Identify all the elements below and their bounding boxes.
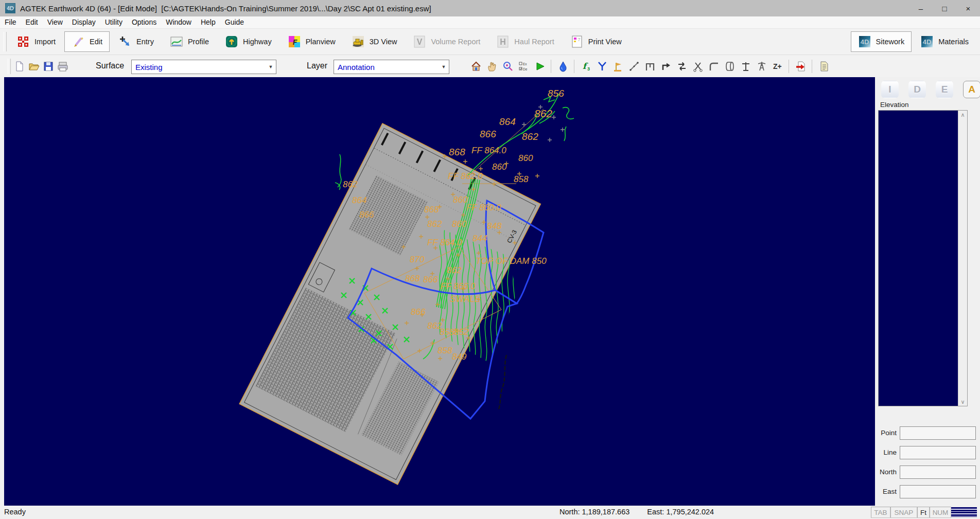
surface-dropdown-value: Existing	[132, 63, 266, 71]
elevation-annotation: 848	[487, 221, 502, 231]
toolbar-button-materials[interactable]: 4DMaterials	[913, 31, 976, 52]
new-document-icon[interactable]	[13, 60, 26, 73]
3d-view-icon	[352, 35, 365, 48]
water-drop-icon[interactable]	[556, 60, 570, 73]
elevation-list[interactable]: ∧ ∨	[878, 110, 968, 406]
site-plan-view: CV-3 856862864866862868FF 864.0	[4, 77, 875, 506]
minimize-button[interactable]: –	[909, 0, 933, 16]
line-field[interactable]	[900, 446, 976, 459]
svg-text:V: V	[417, 38, 423, 46]
menu-display[interactable]: Display	[67, 16, 100, 28]
trim-scissors-icon[interactable]	[691, 60, 705, 73]
toolbar-button-planview[interactable]: FPlanview	[281, 31, 343, 52]
elevation-annotation: 864	[352, 195, 366, 205]
open-file-icon[interactable]	[27, 60, 41, 73]
toolbar-button-edit[interactable]: Edit	[64, 31, 110, 52]
measure-line-icon[interactable]	[627, 60, 641, 73]
section-gate-icon[interactable]	[643, 60, 657, 73]
north-field[interactable]	[900, 466, 976, 479]
toolbar-button-entry[interactable]: Entry	[111, 31, 161, 52]
point-field[interactable]	[900, 426, 976, 440]
elevation-annotation: 862	[522, 131, 538, 142]
home-view-icon[interactable]	[469, 60, 483, 73]
report-icon[interactable]	[817, 60, 831, 73]
print-icon[interactable]	[56, 60, 69, 73]
svg-text:4D: 4D	[860, 38, 869, 46]
function-f3-icon[interactable]: f3	[580, 60, 593, 73]
grade-flag-icon[interactable]	[611, 60, 625, 73]
elevation-annotation: 862	[447, 265, 462, 275]
svg-text:4D: 4D	[7, 5, 14, 11]
elevation-annotation: FF 864.0	[471, 146, 506, 155]
coordinate-field-row: East	[875, 485, 980, 498]
mode-button-a[interactable]: A	[963, 81, 980, 98]
menu-options[interactable]: Options	[127, 16, 161, 28]
toolbar-button-label: Highway	[243, 38, 272, 46]
chevron-down-icon[interactable]: ▼	[439, 64, 449, 69]
apply-play-icon[interactable]	[533, 60, 547, 73]
z-plus-icon[interactable]: Z+	[771, 60, 784, 73]
menu-window[interactable]: Window	[161, 16, 196, 28]
elevation-annotation: 849	[452, 352, 467, 362]
layer-dropdown[interactable]: Annotation ▼	[334, 60, 449, 74]
pipe-cylinder-icon[interactable]	[723, 60, 737, 73]
toolbar-button-3d-view[interactable]: 3D View	[344, 31, 405, 52]
surface-dropdown[interactable]: Existing ▼	[131, 60, 276, 74]
toolbar-grip[interactable]	[4, 32, 7, 51]
maximize-button[interactable]: □	[933, 0, 956, 16]
toolbar-button-sitework[interactable]: 4DSitework	[851, 31, 912, 52]
wye-branch-icon[interactable]	[596, 60, 609, 73]
bend-arrow-icon[interactable]	[659, 60, 673, 73]
toolbar-button-highway[interactable]: Highway	[218, 31, 279, 52]
status-toggle-snap[interactable]: SNAP	[890, 507, 917, 518]
toolbar-separator	[574, 60, 574, 73]
toolbar-button-print-view[interactable]: 7Print View	[563, 31, 629, 52]
scroll-down-icon[interactable]: ∨	[960, 398, 965, 406]
pan-hand-icon[interactable]	[485, 60, 499, 73]
east-field[interactable]	[900, 485, 976, 498]
planview-icon: F	[288, 35, 301, 48]
menu-help[interactable]: Help	[196, 16, 220, 28]
drawing-canvas[interactable]: CV-3 856862864866862868FF 864.0	[4, 77, 875, 506]
toolbar-button-volume-report[interactable]: VVolume Report	[406, 31, 487, 52]
tower-icon[interactable]	[755, 60, 768, 73]
toolbar-button-import[interactable]: Import	[9, 31, 63, 52]
elevation-list-scrollbar[interactable]: ∧ ∨	[958, 111, 967, 406]
svg-text:7: 7	[577, 37, 580, 42]
north-label: North	[875, 468, 897, 476]
elevation-annotation: 864	[499, 116, 516, 127]
save-icon[interactable]	[42, 60, 55, 73]
mode-button-i[interactable]: I	[881, 81, 899, 98]
balance-scale-icon[interactable]	[739, 60, 752, 73]
close-button[interactable]: ×	[956, 0, 980, 16]
elevation-annotation: 856	[548, 88, 564, 99]
export-icon[interactable]	[794, 60, 808, 73]
menu-utility[interactable]: Utility	[100, 16, 127, 28]
menu-guide[interactable]: Guide	[220, 16, 249, 28]
edit-icon	[72, 35, 85, 48]
surfacebar-grip[interactable]	[8, 59, 11, 74]
elevation-annotation: 868	[405, 274, 420, 283]
north-value: 1,189,187.663	[582, 508, 630, 516]
scroll-up-icon[interactable]: ∧	[960, 111, 965, 119]
menu-edit[interactable]: Edit	[21, 16, 43, 28]
coordinate-field-row: North	[875, 466, 980, 479]
fillet-corner-icon[interactable]	[707, 60, 721, 73]
svg-text:F: F	[292, 38, 297, 46]
status-toggle-ft[interactable]: Ft	[917, 507, 930, 518]
mode-button-e[interactable]: E	[936, 81, 953, 98]
menu-file[interactable]: File	[0, 16, 21, 28]
menu-view[interactable]: View	[43, 16, 67, 28]
line-label: Line	[875, 449, 897, 456]
status-toggle-tab[interactable]: TAB	[871, 507, 890, 518]
chevron-down-icon[interactable]: ▼	[266, 64, 276, 69]
extents-toggle-icon[interactable]: ExDe	[517, 60, 531, 73]
zoom-magnifier-icon[interactable]	[501, 60, 515, 73]
status-toggle-num[interactable]: NUM	[930, 507, 951, 518]
toolbar-button-profile[interactable]: Profile	[163, 31, 216, 52]
svg-text:Z+: Z+	[773, 62, 782, 70]
reverse-arrows-icon[interactable]	[675, 60, 689, 73]
mode-button-d[interactable]: D	[908, 81, 926, 98]
toolbar-button-haul-report[interactable]: HHaul Report	[489, 31, 561, 52]
elevation-annotation: 862	[427, 219, 442, 229]
